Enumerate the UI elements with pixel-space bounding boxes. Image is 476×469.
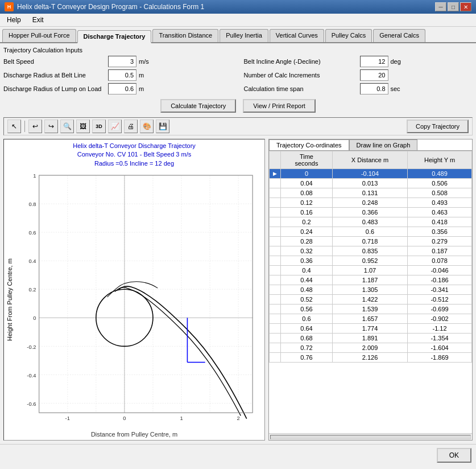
row-indicator [270,314,281,324]
menu-bar: Help Exit [0,14,476,27]
cell-time: 0.12 [281,198,333,208]
minimize-button[interactable]: ─ [435,2,446,11]
discharge-lump-input[interactable] [108,83,136,94]
calculate-button[interactable]: Calculate Trajectory [160,99,236,113]
row-indicator [270,198,281,208]
title-bar-left: H Helix delta-T Conveyor Design Program … [5,2,204,11]
table-row[interactable]: 0.722.009-1.604 [270,343,472,353]
3d-button[interactable]: 3D [92,120,106,133]
data-tabs: Trajectory Co-ordinates Draw line on Gra… [269,139,472,150]
table-row[interactable]: 0.61.657-0.902 [270,314,472,324]
tab-vertical[interactable]: Vertical Curves [270,29,324,42]
belt-incline-input[interactable] [360,56,388,67]
bottom-section: Helix delta-T Conveyor Discharge Traject… [3,139,473,441]
cell-y: 0.489 [408,169,472,179]
table-row[interactable]: 0.360.9520.078 [270,256,472,266]
cell-time: 0.6 [281,314,333,324]
cell-y: -0.902 [408,314,472,324]
cell-x: 0.131 [332,188,407,198]
ok-button[interactable]: OK [437,448,471,463]
tab-transition[interactable]: Transition Distance [152,29,218,42]
table-row[interactable]: 0.240.60.356 [270,227,472,237]
table-row[interactable]: 0.762.126-1.869 [270,353,472,363]
table-row[interactable]: 0.320.8350.187 [270,246,472,256]
data-tab-draw[interactable]: Draw line on Graph [349,139,418,150]
row-indicator [270,353,281,363]
close-button[interactable]: ✕ [460,2,471,11]
table-row[interactable]: 0.20.4830.418 [270,217,472,227]
cell-time: 0.32 [281,246,333,256]
row-indicator [270,208,281,217]
maximize-button[interactable]: □ [448,2,459,11]
cell-x: 1.187 [332,275,407,285]
cell-x: 1.774 [332,324,407,334]
table-row[interactable]: 0.481.305-0.341 [270,285,472,295]
inputs-left: Belt Speed m/s Discharge Radius at Belt … [3,56,233,94]
table-row[interactable]: 0.41.07-0.046 [270,266,472,275]
cell-x: 0.013 [332,179,407,188]
table-row[interactable]: 0.681.891-1.354 [270,334,472,343]
cell-y: -1.869 [408,353,472,363]
data-table-container[interactable]: Timeseconds X Distance m Height Y m ▶0-0… [269,150,472,433]
color-button[interactable]: 🎨 [140,120,154,133]
inputs-right: Belt Incline Angle (-Decline) deg Number… [244,56,473,94]
calc-time-input[interactable] [360,83,388,94]
cell-y: -1.604 [408,343,472,353]
chart-button[interactable]: 📈 [108,120,122,133]
cell-time: 0.28 [281,237,333,246]
row-indicator [270,217,281,227]
tab-pulley-inertia[interactable]: Pulley Inertia [220,29,268,42]
section-title: Trajectory Calculation Inputs [3,47,473,54]
table-row[interactable]: 0.040.0130.506 [270,179,472,188]
image-button[interactable]: 🖼 [76,120,90,133]
chart-title-line1: Helix delta-T Conveyor Discharge Traject… [73,142,196,149]
cell-x: 0.483 [332,217,407,227]
row-indicator [270,305,281,314]
scrollbar-track[interactable] [270,435,471,439]
calc-increments-input[interactable] [360,69,388,81]
menu-help[interactable]: Help [2,15,26,25]
table-row[interactable]: 0.280.7180.279 [270,237,472,246]
tab-discharge[interactable]: Discharge Trajectory [77,30,152,43]
menu-exit[interactable]: Exit [28,15,48,25]
cell-x: 0.718 [332,237,407,246]
cell-x: 0.6 [332,227,407,237]
table-row[interactable]: 0.160.3660.463 [270,208,472,217]
main-content: Trajectory Calculation Inputs Belt Speed… [0,43,476,444]
table-row[interactable]: 0.561.539-0.699 [270,305,472,314]
discharge-radius-input[interactable] [108,69,136,81]
pointer-tool[interactable]: ↖ [7,120,21,133]
redo-button[interactable]: ↪ [44,120,58,133]
row-indicator [270,285,281,295]
cell-x: 1.539 [332,305,407,314]
table-row[interactable]: 0.521.422-0.512 [270,295,472,305]
tab-pulley-calcs[interactable]: Pulley Calcs [325,29,372,42]
cell-y: 0.078 [408,256,472,266]
cell-y: 0.506 [408,179,472,188]
calc-time-row: Calculation time span sec [244,83,473,94]
view-print-button[interactable]: View / Print Report [243,99,316,113]
zoom-in-button[interactable]: 🔍 [60,120,74,133]
cell-time: 0.2 [281,217,333,227]
cell-time: 0.24 [281,227,333,237]
data-panel: Trajectory Co-ordinates Draw line on Gra… [268,139,473,441]
print-button[interactable]: 🖨 [124,120,138,133]
belt-speed-input[interactable] [108,56,136,67]
table-row[interactable]: 0.080.1310.508 [270,188,472,198]
table-row[interactable]: 0.641.774-1.12 [270,324,472,334]
table-row[interactable]: 0.441.187-0.186 [270,275,472,285]
table-row[interactable]: ▶0-0.1040.489 [270,169,472,179]
horizontal-scrollbar[interactable] [269,433,472,440]
tab-general[interactable]: General Calcs [373,29,425,42]
tab-hopper[interactable]: Hopper Pull-out Force [2,29,76,42]
belt-incline-row: Belt Incline Angle (-Decline) deg [244,56,473,67]
data-tab-trajectory[interactable]: Trajectory Co-ordinates [269,139,349,150]
col-x: X Distance m [332,151,407,169]
table-row[interactable]: 0.120.2480.493 [270,198,472,208]
cell-time: 0.64 [281,324,333,334]
cell-y: -0.341 [408,285,472,295]
copy-trajectory-button[interactable]: Copy Trajectory [407,120,469,133]
row-indicator [270,334,281,343]
save-button[interactable]: 💾 [156,120,169,133]
undo-button[interactable]: ↩ [28,120,42,133]
